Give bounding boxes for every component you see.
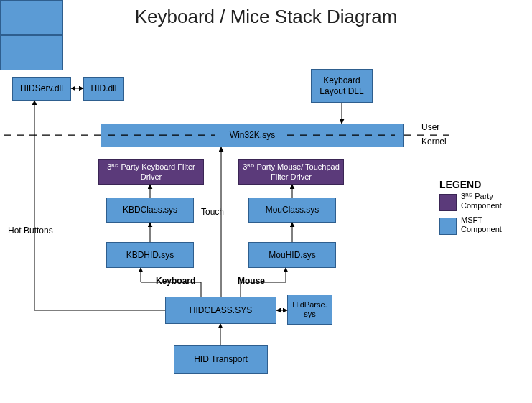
- legend-swatch-msft: [439, 218, 457, 235]
- label-user: User: [421, 122, 439, 132]
- box-hidclass: HIDCLASS.SYS: [165, 297, 276, 324]
- kbdlayout-stack-back1: [0, 35, 63, 70]
- box-kbdlayout: Keyboard Layout DLL: [311, 69, 373, 103]
- legend-swatch-third: [439, 194, 457, 211]
- label-touch: Touch: [201, 207, 224, 217]
- box-hiddll: HID.dll: [83, 77, 124, 101]
- label-hotbuttons: Hot Buttons: [8, 226, 53, 236]
- box-win32k: Win32K.sys: [101, 124, 404, 147]
- label-kernel: Kernel: [421, 136, 447, 147]
- box-hidtransport: HID Transport: [174, 345, 268, 374]
- box-kbdhid: KBDHID.sys: [106, 242, 194, 268]
- label-keyboard: Keyboard: [156, 276, 195, 286]
- box-hidserv: HIDServ.dll: [12, 77, 71, 101]
- legend-text-msft: MSFT Component: [461, 216, 518, 234]
- diagram-title: Keyboard / Mice Stack Diagram: [0, 6, 532, 28]
- box-moufilter: 3ᴿᴰ Party Mouse/ Touchpad Filter Driver: [238, 159, 344, 185]
- legend-title: LEGEND: [439, 179, 481, 190]
- legend-text-third: 3ᴿᴰ Party Component: [461, 192, 518, 210]
- box-kbfilter: 3ᴿᴰ Party Keyboard Filter Driver: [98, 159, 204, 185]
- box-mouclass: MouClass.sys: [248, 198, 336, 223]
- box-kbdclass: KBDClass.sys: [106, 198, 194, 223]
- label-mouse: Mouse: [238, 276, 265, 286]
- box-mouhid: MouHID.sys: [248, 242, 336, 268]
- box-hidparse: HidParse. sys: [287, 295, 332, 325]
